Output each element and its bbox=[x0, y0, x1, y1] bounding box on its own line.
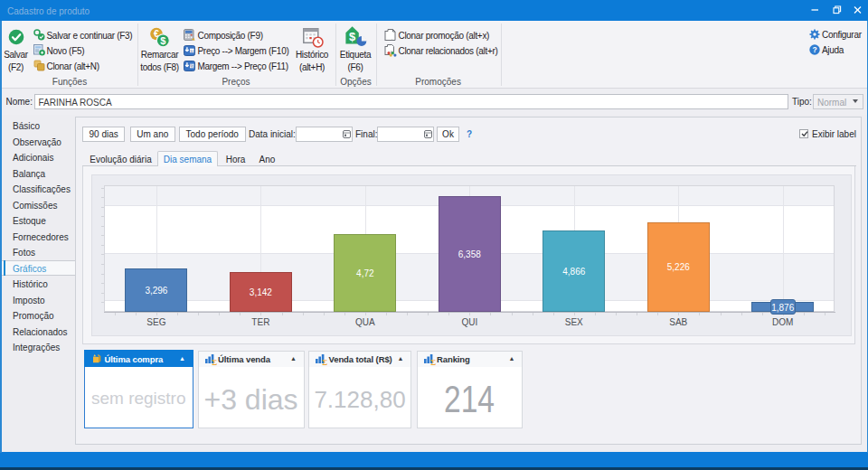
svg-text:%: % bbox=[190, 62, 194, 68]
svg-text:?: ? bbox=[812, 45, 816, 54]
svg-text:Σ: Σ bbox=[430, 358, 436, 366]
svg-text:10: 10 bbox=[190, 48, 194, 52]
svg-text:$: $ bbox=[160, 34, 165, 45]
svg-text:$: $ bbox=[349, 30, 356, 43]
svg-text:Σ: Σ bbox=[322, 358, 327, 366]
svg-text:Σ: Σ bbox=[212, 358, 217, 366]
